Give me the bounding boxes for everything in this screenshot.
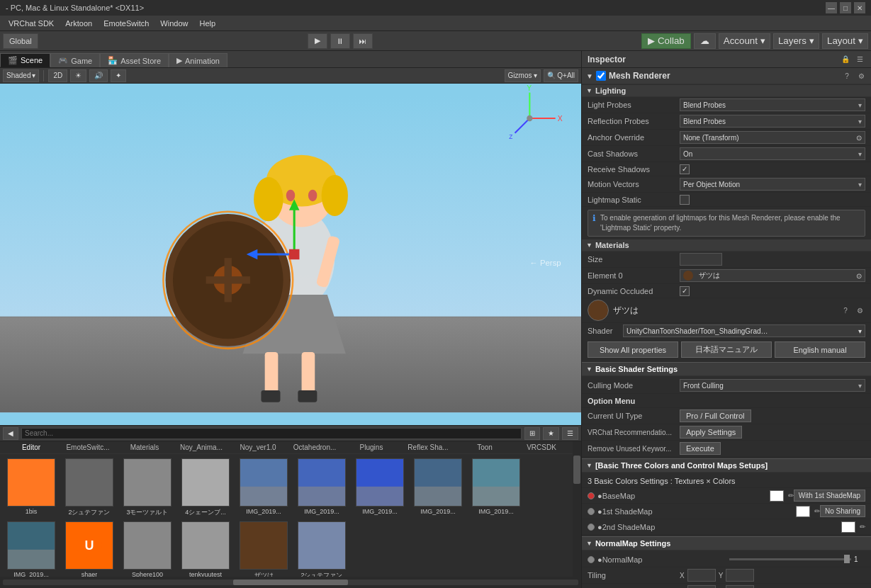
play-button[interactable]: ▶ bbox=[308, 33, 327, 49]
mesh-renderer-info-btn[interactable]: ? bbox=[841, 70, 853, 81]
asset-scroll-thumb[interactable] bbox=[573, 456, 580, 484]
tiling-x-input[interactable]: 1 bbox=[687, 569, 716, 582]
shade1-pen-icon[interactable]: ✏ bbox=[814, 507, 820, 515]
asset-item[interactable]: IMG_2019... bbox=[235, 457, 292, 519]
materials-section-header[interactable]: ▼ Materials bbox=[582, 239, 871, 251]
motion-vectors-dropdown[interactable]: Per Object Motion ▾ bbox=[680, 178, 865, 191]
asset-item[interactable]: IMG_2019... bbox=[410, 457, 466, 519]
search-all-dropdown[interactable]: 🔍 Q+All bbox=[544, 69, 578, 82]
asset-item[interactable]: 3モーツァルト bbox=[119, 457, 176, 519]
light-toggle[interactable]: ☀ bbox=[70, 69, 86, 82]
asset-item[interactable]: IMG_2019... bbox=[3, 520, 60, 577]
asset-item[interactable]: IMG_2019... bbox=[293, 457, 350, 519]
step-button[interactable]: ⏭ bbox=[353, 33, 373, 49]
asset-back-button[interactable]: ◀ bbox=[3, 427, 18, 440]
with-1st-shademap-button[interactable]: With 1st ShadeMap bbox=[794, 490, 865, 502]
asset-item[interactable]: 2シュテファン bbox=[293, 520, 350, 577]
asset-scroll[interactable] bbox=[573, 441, 581, 577]
shade2-swatch[interactable] bbox=[841, 521, 855, 533]
cloud-button[interactable]: ☁ bbox=[694, 33, 716, 49]
english-manual-button[interactable]: English manual bbox=[775, 341, 865, 358]
dynamic-occluded-checkbox[interactable] bbox=[680, 286, 690, 296]
horizontal-scrollbar[interactable] bbox=[3, 579, 578, 585]
execute-button[interactable]: Execute bbox=[680, 442, 721, 455]
basemap-pen-icon[interactable]: ✏ bbox=[788, 492, 794, 499]
collab-button[interactable]: ▶ Collab bbox=[641, 33, 691, 49]
lighting-section-header[interactable]: ▼ Lighting bbox=[582, 85, 871, 97]
normalmap-slider-thumb[interactable] bbox=[844, 555, 850, 563]
layers-button[interactable]: Layers ▾ bbox=[773, 33, 819, 49]
tab-game[interactable]: 🎮 Game bbox=[50, 53, 100, 67]
tiling-y-input[interactable]: 1 bbox=[726, 569, 754, 582]
mesh-renderer-settings-btn[interactable]: ⚙ bbox=[855, 70, 867, 81]
receive-shadows-checkbox[interactable] bbox=[680, 164, 690, 174]
horizontal-scrollbar-thumb[interactable] bbox=[233, 579, 348, 585]
asset-folder-header-2[interactable]: Materials bbox=[116, 443, 173, 452]
asset-folder-header-1[interactable]: EmoteSwitc... bbox=[60, 443, 116, 452]
2d-button[interactable]: 2D bbox=[48, 69, 67, 82]
fx-toggle[interactable]: ✦ bbox=[111, 69, 126, 82]
inspector-menu-button[interactable]: ☰ bbox=[854, 54, 865, 65]
size-input[interactable]: 1 bbox=[680, 253, 722, 266]
normalmap-section-header[interactable]: ▼ NormalMap Settings bbox=[582, 536, 871, 550]
asset-search-input[interactable] bbox=[21, 428, 522, 439]
culling-mode-dropdown[interactable]: Front Culling ▾ bbox=[680, 379, 865, 392]
close-button[interactable]: ✕ bbox=[854, 2, 865, 13]
tab-scene[interactable]: 🎬 Scene bbox=[0, 53, 50, 67]
asset-filter-btn[interactable]: ⊞ bbox=[524, 427, 540, 440]
asset-item[interactable]: 2シュテファン bbox=[61, 457, 118, 519]
window-controls[interactable]: — □ ✕ bbox=[826, 2, 865, 13]
mesh-renderer-header[interactable]: ▼ Mesh Renderer ? ⚙ bbox=[582, 68, 871, 84]
basic-shader-section-header[interactable]: ▼ Basic Shader Settings bbox=[582, 362, 871, 376]
apply-settings-button[interactable]: Apply Settings bbox=[680, 426, 742, 439]
asset-folder-header-9[interactable]: VRCSDK bbox=[513, 443, 570, 452]
account-button[interactable]: Account ▾ bbox=[719, 33, 770, 49]
maximize-button[interactable]: □ bbox=[840, 2, 851, 13]
asset-star-btn[interactable]: ★ bbox=[543, 427, 559, 440]
pause-button[interactable]: ⏸ bbox=[330, 33, 350, 49]
anchor-override-ref[interactable]: None (Transform) ⊙ bbox=[680, 131, 865, 144]
lightmap-static-checkbox[interactable] bbox=[680, 195, 690, 205]
offset-y-input[interactable]: 0 bbox=[726, 585, 754, 588]
asset-item[interactable]: IMG_2019... bbox=[468, 457, 524, 519]
material-info-btn[interactable]: ? bbox=[840, 305, 851, 316]
shader-dropdown[interactable]: UnityChanToonShader/Toon_ShadingGradeMap… bbox=[623, 324, 865, 337]
shade2-pen-icon[interactable]: ✏ bbox=[860, 523, 865, 531]
asset-folder-header-6[interactable]: Plugins bbox=[343, 443, 400, 452]
gizmos-dropdown[interactable]: Gizmos ▾ bbox=[505, 69, 541, 82]
scene-view[interactable]: X Y Z ← Persp bbox=[0, 84, 581, 425]
menu-emote-switch[interactable]: EmoteSwitch bbox=[98, 18, 154, 29]
asset-item[interactable]: 4シェーンブ... bbox=[177, 457, 234, 519]
global-button[interactable]: Global bbox=[3, 33, 38, 49]
show-all-properties-button[interactable]: Show All properties bbox=[588, 341, 678, 358]
element0-ref[interactable]: ザツは ⊙ bbox=[680, 269, 865, 282]
asset-folder-header-5[interactable]: Octahedron... bbox=[286, 443, 343, 452]
cast-shadows-dropdown[interactable]: On ▾ bbox=[680, 147, 865, 160]
asset-more-btn[interactable]: ☰ bbox=[562, 427, 578, 440]
asset-item[interactable]: 1bis bbox=[3, 457, 60, 519]
asset-folder-header-4[interactable]: Noy_ver1.0 bbox=[230, 443, 286, 452]
asset-folder-header-0[interactable]: Editor bbox=[3, 443, 60, 452]
asset-item[interactable]: Ushaer bbox=[61, 520, 118, 577]
reflection-probes-dropdown[interactable]: Blend Probes ▾ bbox=[680, 115, 865, 128]
minimize-button[interactable]: — bbox=[826, 2, 837, 13]
no-sharing-button[interactable]: No Sharing bbox=[820, 505, 865, 517]
material-settings-btn[interactable]: ⚙ bbox=[854, 305, 865, 316]
asset-folder-header-7[interactable]: Reflex Sha... bbox=[400, 443, 456, 452]
asset-item[interactable]: tenkyuutest bbox=[177, 520, 234, 577]
layout-button[interactable]: Layout ▾ bbox=[822, 33, 868, 49]
menu-vrchat-sdk[interactable]: VRChat SDK bbox=[3, 18, 60, 29]
asset-item[interactable]: IMG_2019... bbox=[352, 457, 408, 519]
menu-help[interactable]: Help bbox=[193, 18, 221, 29]
menu-window[interactable]: Window bbox=[154, 18, 193, 29]
offset-x-input[interactable]: 0 bbox=[687, 585, 716, 588]
shade1-swatch[interactable] bbox=[796, 506, 810, 517]
asset-item[interactable]: Sphere100 bbox=[119, 520, 176, 577]
japanese-manual-button[interactable]: 日本語マニュアル bbox=[681, 341, 772, 358]
asset-item[interactable]: ザツは bbox=[235, 520, 292, 577]
inspector-lock-button[interactable]: 🔒 bbox=[840, 54, 851, 65]
current-ui-button[interactable]: Pro / Full Control bbox=[680, 409, 751, 422]
normalmap-slider[interactable] bbox=[729, 558, 851, 560]
material-swatch[interactable] bbox=[588, 300, 609, 321]
shaded-dropdown[interactable]: Shaded ▾ bbox=[3, 69, 39, 82]
